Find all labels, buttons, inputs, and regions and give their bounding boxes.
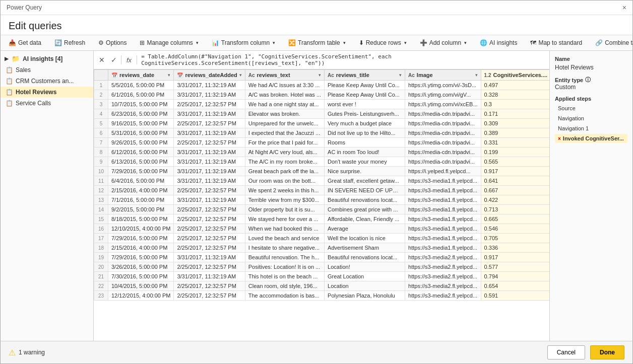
row-number: 8 — [94, 148, 108, 157]
filter-icon-4[interactable]: ▾ — [399, 72, 402, 78]
combine-tables-button[interactable]: 🔗 Combine tables ▾ — [591, 37, 633, 48]
table-row[interactable]: 137/1/2016, 5:00:00 PM3/31/2017, 11:32:1… — [94, 195, 550, 205]
cancel-button[interactable]: Cancel — [547, 345, 585, 359]
table-icon-3: 📋 — [6, 89, 13, 96]
add-column-button[interactable]: ➕ Add column ▾ — [416, 37, 471, 48]
col-header-reviews-title[interactable]: Ac reviews_title ▾ — [325, 70, 405, 81]
cell-date: 7/29/2016, 5:00:00 PM — [108, 167, 174, 176]
sidebar-item-sales[interactable]: 📋 Sales — [1, 64, 93, 76]
table-row[interactable]: 2210/4/2015, 5:00:00 PM2/25/2017, 12:32:… — [94, 281, 550, 291]
cell-date-added: 2/25/2017, 12:32:57 PM — [174, 138, 245, 148]
table-row[interactable]: 149/2/2015, 5:00:00 PM2/25/2017, 12:32:5… — [94, 205, 550, 214]
cell-date-added: 2/25/2017, 12:32:57 PM — [174, 100, 245, 109]
cell-text: When we had booked this ... — [245, 224, 324, 234]
col-header-cognitive[interactable]: 1.2 CognitiveServices.... ▾ — [481, 70, 549, 81]
col-header-image[interactable]: Ac Image ▾ — [405, 70, 481, 81]
sidebar-group-ai-insights[interactable]: ▶ 📁 AI insights [4] — [1, 53, 93, 64]
sidebar-item-label: CRM Customers an... — [16, 78, 74, 85]
entity-type-label: Entity type ⓘ — [555, 76, 627, 84]
done-button[interactable]: Done — [590, 345, 624, 359]
cell-date: 3/26/2016, 5:00:00 PM — [108, 262, 174, 272]
table-row[interactable]: 2312/12/2015, 4:00:00 PM2/25/2017, 12:32… — [94, 291, 550, 301]
step-label: Navigation — [558, 115, 584, 121]
reduce-rows-button[interactable]: ⬇ Reduce rows ▾ — [355, 37, 411, 48]
step-delete-icon[interactable]: × — [558, 136, 561, 141]
col-header-reviews-date[interactable]: 📅 reviews_date ▾ — [108, 70, 174, 81]
table-row[interactable]: 59/16/2015, 5:00:00 PM2/25/2017, 12:32:5… — [94, 119, 550, 128]
cell-image: https://i.ytimg.com/vi/-3sD... — [405, 81, 481, 90]
table-row[interactable]: 79/26/2015, 5:00:00 PM2/25/2017, 12:32:5… — [94, 138, 550, 148]
cell-score: 0.577 — [481, 262, 549, 272]
filter-icon-3[interactable]: ▾ — [319, 72, 321, 78]
table-row[interactable]: 158/18/2015, 5:00:00 PM2/25/2017, 12:32:… — [94, 214, 550, 224]
name-value: Hotel Reviews — [555, 64, 627, 71]
table-row[interactable]: 26/1/2016, 5:00:00 PM3/31/2017, 11:32:19… — [94, 90, 550, 100]
table-row[interactable]: 182/15/2016, 4:00:00 PM2/25/2017, 12:32:… — [94, 243, 550, 253]
col-header-reviews-text[interactable]: Ac reviews_text ▾ — [245, 70, 324, 81]
row-number: 22 — [94, 281, 108, 291]
cell-image: https://media-cdn.tripadvi... — [405, 138, 481, 148]
transform-table-button[interactable]: 🔀 Transform table ▾ — [284, 37, 350, 48]
get-data-button[interactable]: 📥 Get data — [5, 37, 45, 48]
sidebar-item-service-calls[interactable]: 📋 Service Calls — [1, 98, 93, 109]
table-row[interactable]: 107/29/2016, 5:00:00 PM3/31/2017, 11:32:… — [94, 167, 550, 176]
table-row[interactable]: 46/23/2016, 5:00:00 PM3/31/2017, 11:32:1… — [94, 109, 550, 119]
row-number: 7 — [94, 138, 108, 148]
table-row[interactable]: 122/15/2016, 4:00:00 PM2/25/2017, 12:32:… — [94, 186, 550, 195]
cell-image: https://s3-media1.fl.yelpcd... — [405, 224, 481, 234]
table-row[interactable]: 86/12/2016, 5:00:00 PM3/31/2017, 11:32:1… — [94, 148, 550, 157]
close-button[interactable]: × — [622, 4, 626, 12]
sidebar-item-hotel-reviews[interactable]: 📋 Hotel Reviews — [1, 87, 93, 98]
options-button[interactable]: ⚙ Options — [94, 37, 131, 48]
filter-icon[interactable]: ▾ — [168, 72, 170, 78]
table-row[interactable]: 65/31/2016, 5:00:00 PM3/31/2017, 11:32:1… — [94, 128, 550, 138]
cell-score: 0.917 — [481, 253, 549, 262]
cell-text: We spent 2 weeks in this h... — [245, 186, 324, 195]
table-row[interactable]: 116/4/2016, 5:00:00 PM3/31/2017, 11:32:1… — [94, 176, 550, 186]
step-item[interactable]: Navigation — [555, 114, 627, 123]
cell-date: 10/4/2015, 5:00:00 PM — [108, 281, 174, 291]
table-row[interactable]: 310/7/2015, 5:00:00 PM2/25/2017, 12:32:5… — [94, 100, 550, 109]
row-number: 19 — [94, 253, 108, 262]
cell-title: Location! — [325, 262, 405, 272]
entity-type-value: Custom — [555, 84, 627, 91]
cell-date: 9/26/2015, 5:00:00 PM — [108, 138, 174, 148]
formula-accept-button[interactable]: ✓ — [109, 55, 119, 65]
sidebar-item-crm[interactable]: 📋 CRM Customers an... — [1, 76, 93, 87]
cell-text: The accommodation is bas... — [245, 291, 324, 301]
map-to-standard-button[interactable]: 🗺 Map to standard — [526, 37, 586, 48]
table-row[interactable]: 15/5/2016, 5:00:00 PM3/31/2017, 11:32:19… — [94, 81, 550, 90]
table-row[interactable]: 177/29/2016, 5:00:00 PM2/25/2017, 12:32:… — [94, 234, 550, 243]
step-item[interactable]: ×Invoked CognitiveSer... — [555, 134, 627, 143]
sidebar: ▶ 📁 AI insights [4] 📋 Sales 📋 CRM Custom… — [1, 51, 94, 341]
filter-icon-2[interactable]: ▾ — [239, 72, 242, 78]
cell-date-added: 3/31/2017, 11:32:19 AM — [174, 167, 245, 176]
transform-column-icon: 📊 — [212, 39, 219, 46]
transform-column-button[interactable]: 📊 Transform column ▾ — [208, 37, 279, 48]
ai-insights-button[interactable]: 🌐 AI insights — [476, 37, 521, 48]
page-header: Edit queries — [1, 15, 632, 35]
table-row[interactable]: 203/26/2016, 5:00:00 PM2/25/2017, 12:32:… — [94, 262, 550, 272]
col-header-reviews-date-added[interactable]: 📅 reviews_dateAdded ▾ — [174, 70, 245, 81]
step-item[interactable]: Navigation 1 — [555, 124, 627, 133]
cell-date-added: 2/25/2017, 12:32:57 PM — [174, 291, 245, 301]
table-row[interactable]: 96/13/2016, 5:00:00 PM3/31/2017, 11:32:1… — [94, 157, 550, 167]
cell-date-added: 2/25/2017, 12:32:57 PM — [174, 234, 245, 243]
applied-steps-section: Applied steps SourceNavigationNavigation… — [555, 96, 627, 143]
table-row[interactable]: 1612/10/2015, 4:00:00 PM2/25/2017, 12:32… — [94, 224, 550, 234]
cell-title: Great Location — [325, 272, 405, 281]
cell-score: 0.497 — [481, 81, 549, 90]
main-area: ▶ 📁 AI insights [4] 📋 Sales 📋 CRM Custom… — [1, 51, 632, 341]
table-row[interactable]: 217/30/2016, 5:00:00 PM3/31/2017, 11:32:… — [94, 272, 550, 281]
formula-input[interactable]: = Table.AddColumn(#"Navigation 1", "Cogn… — [139, 52, 546, 67]
table-row[interactable]: 197/29/2016, 5:00:00 PM3/31/2017, 11:32:… — [94, 253, 550, 262]
row-number: 23 — [94, 291, 108, 301]
cell-text: Unprepared for the unwelc... — [245, 119, 324, 128]
cell-score: 0.591 — [481, 291, 549, 301]
step-item[interactable]: Source — [555, 104, 627, 113]
refresh-button[interactable]: 🔄 Refresh — [50, 37, 89, 48]
data-table-container[interactable]: 📅 reviews_date ▾ 📅 reviews_dateAdded ▾ — [94, 69, 549, 341]
formula-reject-button[interactable]: ✕ — [97, 55, 107, 65]
manage-columns-button[interactable]: ⊞ Manage columns ▾ — [136, 37, 202, 48]
filter-icon-5[interactable]: ▾ — [475, 72, 478, 78]
